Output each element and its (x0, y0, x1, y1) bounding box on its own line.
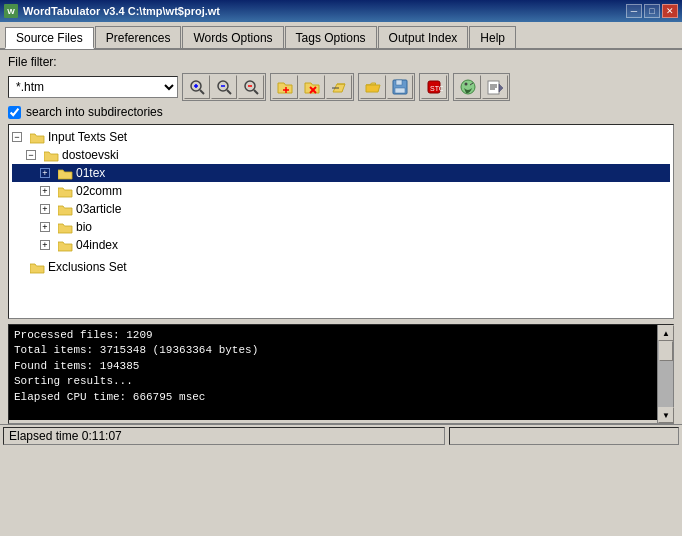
toolbar-group-2 (270, 73, 354, 101)
svg-line-8 (254, 90, 258, 94)
svg-point-21 (465, 83, 468, 86)
tree-expander-04index[interactable]: + (40, 240, 50, 250)
save-button[interactable] (387, 75, 413, 99)
tree-label-dostoevski: dostoevski (62, 148, 119, 162)
console-line-4: Sorting results... (14, 374, 652, 389)
tree-node-bio[interactable]: + bio (12, 218, 670, 236)
run-button[interactable] (455, 75, 481, 99)
folder-icon-input (30, 131, 46, 144)
tree-label-04index: 04index (76, 238, 118, 252)
minimize-button[interactable]: ─ (626, 4, 642, 18)
maximize-button[interactable]: □ (644, 4, 660, 18)
scroll-up-button[interactable]: ▲ (658, 325, 674, 341)
tree-label-03article: 03article (76, 202, 121, 216)
add-folder-button[interactable] (272, 75, 298, 99)
tree-expander-03article[interactable]: + (40, 204, 50, 214)
console-output: Processed files: 1209 Total items: 37153… (9, 325, 657, 420)
stop-button[interactable]: STOP (421, 75, 447, 99)
folder-icon-02comm (58, 185, 74, 198)
tree-node-dostoevski[interactable]: − dostoevski (12, 146, 670, 164)
open-folder-icon (364, 78, 382, 96)
search-button[interactable] (238, 75, 264, 99)
svg-line-5 (227, 90, 231, 94)
toolbar-group-5 (453, 73, 510, 101)
toolbar-group-4: STOP (419, 73, 449, 101)
zoom-in-button[interactable] (184, 75, 210, 99)
folder-icon-04index (58, 239, 74, 252)
tree-expander-input[interactable]: − (12, 132, 22, 142)
tab-output-index[interactable]: Output Index (378, 26, 469, 48)
search-icon (242, 78, 260, 96)
tree-label-02comm: 02comm (76, 184, 122, 198)
tree-expander-02comm[interactable]: + (40, 186, 50, 196)
clear-icon (330, 78, 348, 96)
tab-words-options[interactable]: Words Options (182, 26, 283, 48)
tab-words-options-label: Words Options (193, 31, 272, 45)
zoom-out-button[interactable] (211, 75, 237, 99)
subdirectories-label[interactable]: search into subdirectories (26, 105, 163, 119)
zoom-out-icon (215, 78, 233, 96)
status-elapsed-time: Elapsed time 0:11:07 (3, 427, 445, 445)
console-line-5: Elapsed CPU time: 666795 msec (14, 390, 652, 405)
status-right-panel (449, 427, 679, 445)
folder-icon-dostoevski (44, 149, 60, 162)
tree-expander-bio[interactable]: + (40, 222, 50, 232)
save-icon (391, 78, 409, 96)
subdirectories-checkbox[interactable] (8, 106, 21, 119)
title-bar-text: W WordTabulator v3.4 C:\tmp\wt$proj.wt (4, 4, 220, 18)
file-filter-label: File filter: (8, 55, 57, 69)
scroll-thumb[interactable] (659, 341, 673, 361)
delete-icon (303, 78, 321, 96)
svg-rect-16 (396, 80, 402, 85)
tab-tags-options-label: Tags Options (296, 31, 366, 45)
tab-help[interactable]: Help (469, 26, 516, 48)
clear-button[interactable] (326, 75, 352, 99)
tab-preferences-label: Preferences (106, 31, 171, 45)
tab-preferences[interactable]: Preferences (95, 26, 182, 48)
close-button[interactable]: ✕ (662, 4, 678, 18)
console-scrollbar[interactable]: ▲ ▼ (657, 325, 673, 423)
console-wrapper: Processed files: 1209 Total items: 37153… (8, 324, 674, 424)
tree-node-02comm[interactable]: + 02comm (12, 182, 670, 200)
title-bar: W WordTabulator v3.4 C:\tmp\wt$proj.wt ─… (0, 0, 682, 22)
tab-source-files[interactable]: Source Files (5, 27, 94, 49)
tree-node-03article[interactable]: + 03article (12, 200, 670, 218)
svg-marker-27 (499, 84, 503, 92)
status-bar: Elapsed time 0:11:07 (0, 424, 682, 446)
window-title: WordTabulator v3.4 C:\tmp\wt$proj.wt (23, 5, 220, 17)
scroll-down-button[interactable]: ▼ (658, 407, 674, 423)
main-content: File filter: *.htm (0, 50, 682, 324)
svg-rect-17 (395, 88, 405, 93)
tab-tags-options[interactable]: Tags Options (285, 26, 377, 48)
title-bar-controls: ─ □ ✕ (626, 4, 678, 18)
app-icon: W (4, 4, 18, 18)
file-filter-row: File filter: (8, 55, 674, 69)
stop-icon: STOP (425, 78, 443, 96)
file-filter-select[interactable]: *.htm (8, 76, 178, 98)
tab-output-index-label: Output Index (389, 31, 458, 45)
tab-bar: Source Files Preferences Words Options T… (0, 22, 682, 50)
run-icon (459, 78, 477, 96)
tree-expander-dostoevski[interactable]: − (26, 150, 36, 160)
delete-button[interactable] (299, 75, 325, 99)
folder-icon-01tex (58, 167, 74, 180)
tree-label-input: Input Texts Set (48, 130, 127, 144)
tree-label-bio: bio (76, 220, 92, 234)
status-elapsed-text: Elapsed time 0:11:07 (9, 429, 122, 443)
scroll-track (658, 341, 673, 407)
export-icon (486, 78, 504, 96)
tree-node-exclusions-set[interactable]: Exclusions Set (12, 258, 670, 276)
toolbar-group-3 (358, 73, 415, 101)
filter-toolbar: *.htm (8, 73, 674, 101)
tree-node-input-texts-set[interactable]: − Input Texts Set (12, 128, 670, 146)
folder-icon-exclusions (30, 261, 46, 274)
tree-area[interactable]: − Input Texts Set − dostoevski + 01tex (8, 124, 674, 319)
tree-label-01tex: 01tex (76, 166, 105, 180)
svg-line-1 (200, 90, 204, 94)
tree-node-01tex[interactable]: + 01tex (12, 164, 670, 182)
console-line-3: Found items: 194385 (14, 359, 652, 374)
tree-expander-01tex[interactable]: + (40, 168, 50, 178)
export-button[interactable] (482, 75, 508, 99)
tree-node-04index[interactable]: + 04index (12, 236, 670, 254)
open-button[interactable] (360, 75, 386, 99)
